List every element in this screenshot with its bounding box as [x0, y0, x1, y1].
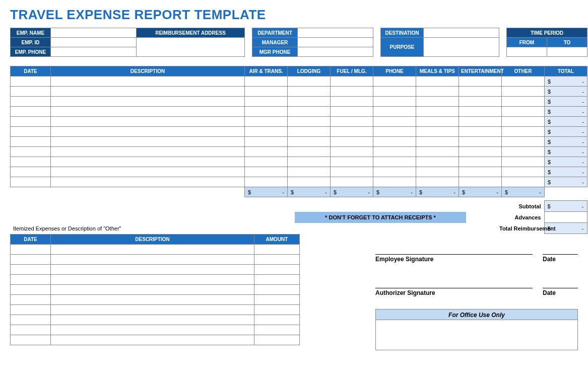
- cell[interactable]: [51, 265, 254, 275]
- field-department[interactable]: [298, 28, 373, 38]
- cell[interactable]: [288, 157, 331, 167]
- cell[interactable]: [288, 97, 331, 107]
- cell[interactable]: [288, 107, 331, 117]
- cell[interactable]: [459, 167, 502, 177]
- cell[interactable]: [51, 325, 254, 335]
- cell[interactable]: [502, 76, 545, 87]
- cell[interactable]: [11, 147, 51, 157]
- cell[interactable]: [331, 147, 373, 157]
- cell[interactable]: [331, 137, 373, 147]
- field-from[interactable]: [507, 47, 547, 57]
- cell[interactable]: [416, 107, 459, 117]
- cell[interactable]: [254, 255, 300, 265]
- cell[interactable]: [51, 315, 254, 325]
- cell[interactable]: [373, 137, 416, 147]
- cell[interactable]: [416, 157, 459, 167]
- cell[interactable]: [51, 167, 245, 177]
- cell[interactable]: [288, 87, 331, 97]
- cell[interactable]: [11, 177, 51, 187]
- cell[interactable]: [254, 295, 300, 305]
- cell[interactable]: [331, 107, 373, 117]
- cell[interactable]: [502, 177, 545, 187]
- cell[interactable]: [288, 167, 331, 177]
- cell[interactable]: [416, 177, 459, 187]
- cell[interactable]: [502, 147, 545, 157]
- cell[interactable]: [51, 97, 245, 107]
- cell[interactable]: [51, 305, 254, 315]
- cell[interactable]: [331, 127, 373, 137]
- cell[interactable]: [11, 295, 51, 305]
- cell[interactable]: [245, 97, 288, 107]
- cell[interactable]: [245, 137, 288, 147]
- cell[interactable]: [51, 177, 245, 187]
- cell[interactable]: [245, 167, 288, 177]
- cell[interactable]: [288, 117, 331, 127]
- cell[interactable]: [459, 87, 502, 97]
- cell[interactable]: [416, 167, 459, 177]
- cell[interactable]: [11, 97, 51, 107]
- field-destination[interactable]: [424, 28, 499, 38]
- cell[interactable]: [373, 127, 416, 137]
- cell[interactable]: [502, 87, 545, 97]
- cell[interactable]: [288, 127, 331, 137]
- cell[interactable]: [11, 117, 51, 127]
- cell[interactable]: [331, 87, 373, 97]
- cell[interactable]: [459, 137, 502, 147]
- field-to[interactable]: [547, 47, 587, 57]
- cell[interactable]: [373, 97, 416, 107]
- cell[interactable]: [51, 107, 245, 117]
- field-reimb-addr[interactable]: [137, 38, 245, 57]
- cell[interactable]: [11, 335, 51, 345]
- cell[interactable]: [51, 117, 245, 127]
- cell[interactable]: [331, 167, 373, 177]
- cell[interactable]: [416, 147, 459, 157]
- field-manager[interactable]: [298, 38, 373, 47]
- cell[interactable]: [288, 177, 331, 187]
- cell[interactable]: [373, 177, 416, 187]
- field-mgr-phone[interactable]: [298, 47, 373, 57]
- cell[interactable]: [254, 285, 300, 295]
- cell[interactable]: [416, 137, 459, 147]
- cell[interactable]: [11, 285, 51, 295]
- cell[interactable]: [11, 265, 51, 275]
- cell[interactable]: [331, 157, 373, 167]
- cell[interactable]: [288, 137, 331, 147]
- cell[interactable]: [459, 76, 502, 87]
- cell[interactable]: [502, 157, 545, 167]
- cell[interactable]: [245, 177, 288, 187]
- cell[interactable]: [51, 275, 254, 285]
- cell[interactable]: [502, 127, 545, 137]
- cell[interactable]: [331, 117, 373, 127]
- cell[interactable]: [11, 245, 51, 255]
- cell[interactable]: [331, 177, 373, 187]
- cell[interactable]: [245, 147, 288, 157]
- cell[interactable]: [11, 167, 51, 177]
- cell[interactable]: [51, 147, 245, 157]
- cell[interactable]: [51, 295, 254, 305]
- cell[interactable]: [11, 315, 51, 325]
- cell[interactable]: [373, 157, 416, 167]
- cell[interactable]: [254, 325, 300, 335]
- cell[interactable]: [331, 76, 373, 87]
- cell[interactable]: [254, 245, 300, 255]
- cell[interactable]: [254, 265, 300, 275]
- cell[interactable]: [11, 275, 51, 285]
- cell[interactable]: [502, 97, 545, 107]
- cell[interactable]: [459, 97, 502, 107]
- cell[interactable]: [254, 315, 300, 325]
- cell[interactable]: [245, 107, 288, 117]
- cell[interactable]: [373, 87, 416, 97]
- cell[interactable]: [245, 117, 288, 127]
- cell[interactable]: [11, 87, 51, 97]
- field-emp-phone[interactable]: [51, 47, 137, 57]
- cell[interactable]: [11, 255, 51, 265]
- cell[interactable]: [373, 117, 416, 127]
- cell[interactable]: [416, 76, 459, 87]
- cell[interactable]: [51, 285, 254, 295]
- cell[interactable]: [245, 87, 288, 97]
- cell[interactable]: [459, 107, 502, 117]
- cell[interactable]: [373, 107, 416, 117]
- cell[interactable]: [51, 137, 245, 147]
- cell[interactable]: [245, 76, 288, 87]
- cell[interactable]: [502, 117, 545, 127]
